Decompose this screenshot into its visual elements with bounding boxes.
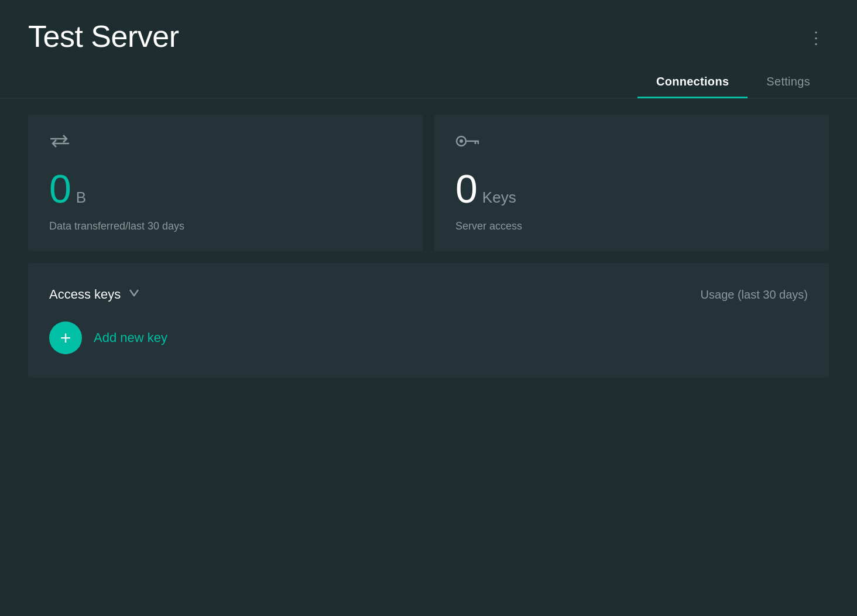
tab-settings[interactable]: Settings [748,66,829,98]
server-access-card: 0 Keys Server access [434,115,829,251]
data-transfer-card: 0 B Data transferred/last 30 days [28,115,423,251]
transfer-icon [49,134,402,152]
tab-connections[interactable]: Connections [637,66,748,98]
server-access-unit: Keys [482,189,516,207]
content-area: 0 B Data transferred/last 30 days 0 Keys [0,98,857,394]
page-header: Test Server ⋮ [0,0,857,66]
data-transfer-value-row: 0 B [49,169,402,208]
add-key-label[interactable]: Add new key [94,330,167,345]
server-access-value-row: 0 Keys [455,169,808,208]
data-transfer-value: 0 [49,169,71,208]
tabs-container: Connections Settings [0,66,857,98]
svg-point-3 [460,139,463,143]
add-new-key-button[interactable]: + [49,321,82,354]
stats-row: 0 B Data transferred/last 30 days 0 Keys [28,115,829,251]
access-keys-title: Access keys [49,287,121,302]
add-key-row: + Add new key [49,321,808,354]
server-access-label: Server access [455,220,808,232]
section-title-group: Access keys [49,286,140,303]
page-title: Test Server [28,19,179,54]
sort-down-icon[interactable] [128,286,140,303]
server-access-value: 0 [455,169,478,208]
access-keys-header: Access keys Usage (last 30 days) [49,286,808,303]
usage-label: Usage (last 30 days) [701,288,808,302]
data-transfer-label: Data transferred/last 30 days [49,220,402,232]
key-icon [455,134,808,152]
plus-icon: + [60,328,71,347]
data-transfer-unit: B [76,189,86,207]
more-menu-icon[interactable]: ⋮ [803,23,829,52]
access-keys-section: Access keys Usage (last 30 days) + Add n… [28,263,829,378]
